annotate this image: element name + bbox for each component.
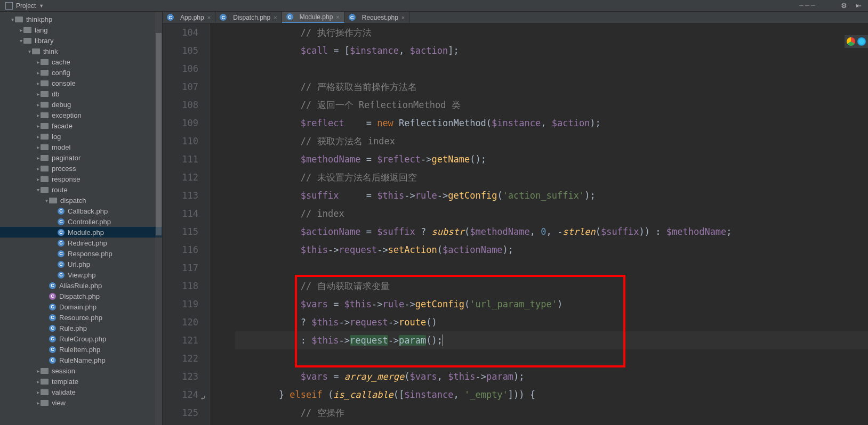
tree-item-domain-php[interactable]: ▸CDomain.php	[0, 301, 162, 312]
chevron-down-icon[interactable]: ▾	[27, 48, 32, 54]
tree-item-response[interactable]: ▸response	[0, 174, 162, 184]
code-line[interactable]	[235, 259, 868, 277]
tree-item-session[interactable]: ▸session	[0, 365, 162, 376]
code-line[interactable]: // index	[235, 205, 868, 223]
tree-item-log[interactable]: ▸log	[0, 131, 162, 142]
tree-item-lang[interactable]: ▸lang	[0, 24, 162, 35]
code-line[interactable]: $call = [$instance, $action];	[235, 42, 868, 60]
chevron-right-icon[interactable]: ▸	[35, 166, 41, 171]
code-line[interactable]: $suffix = $this->rule->getConfig('action…	[235, 186, 868, 205]
tree-item-model[interactable]: ▸model	[0, 142, 162, 152]
chevron-right-icon[interactable]: ▸	[35, 112, 41, 118]
close-icon[interactable]: ×	[207, 14, 211, 21]
tab-app-php[interactable]: CApp.php×	[163, 12, 215, 23]
tree-item-cache[interactable]: ▸cache	[0, 56, 162, 67]
tree-item-route[interactable]: ▾route	[0, 184, 162, 195]
chevron-right-icon[interactable]: ▸	[35, 59, 41, 65]
code-line[interactable]: $reflect = new ReflectionMethod($instanc…	[235, 114, 868, 132]
code-area[interactable]: 1041051061071081091101111121131141151161…	[163, 23, 868, 425]
tree-item-rule-php[interactable]: ▸CRule.php	[0, 323, 162, 333]
chevron-right-icon[interactable]: ▸	[35, 91, 41, 97]
chevron-right-icon[interactable]: ▸	[35, 123, 41, 129]
tree-item-url-php[interactable]: ▸CUrl.php	[0, 259, 162, 269]
chevron-right-icon[interactable]: ▸	[35, 102, 41, 108]
close-icon[interactable]: ×	[336, 14, 339, 20]
code-line[interactable]: ? $this->request->route()	[235, 313, 868, 331]
chevron-down-icon[interactable]: ▾	[18, 38, 23, 44]
tab-request-php[interactable]: CRequest.php×	[344, 12, 410, 23]
chevron-right-icon[interactable]: ▸	[35, 80, 41, 86]
code-line[interactable]: // 自动获取请求变量	[235, 277, 868, 295]
code-line[interactable]	[235, 349, 868, 367]
tree-item-resource-php[interactable]: ▸CResource.php	[0, 312, 162, 323]
tab-module-php[interactable]: CModule.php×	[282, 12, 344, 23]
code-line[interactable]: $actionName = $suffix ? substr($methodNa…	[235, 223, 868, 241]
sidebar-scrollbar[interactable]	[155, 12, 162, 425]
code-line[interactable]: // 返回一个 ReflectionMethod 类	[235, 96, 868, 114]
chevron-right-icon[interactable]: ▸	[35, 379, 41, 385]
tree-item-dispatch[interactable]: ▾dispatch	[0, 195, 162, 206]
tree-item-exception[interactable]: ▸exception	[0, 110, 162, 120]
code-line[interactable]: // 空操作	[235, 404, 868, 422]
tree-item-console[interactable]: ▸console	[0, 78, 162, 88]
edge-icon[interactable]	[857, 37, 866, 46]
chevron-right-icon[interactable]: ▸	[35, 400, 41, 406]
project-sidebar[interactable]: ▾thinkphp▸lang▾library▾think▸cache▸confi…	[0, 12, 163, 425]
code-line[interactable]: $methodName = $reflect->getName();	[235, 150, 868, 168]
chevron-right-icon[interactable]: ▸	[35, 368, 41, 374]
tree-item-callback-php[interactable]: ▸CCallback.php	[0, 206, 162, 216]
chevron-down-icon[interactable]: ▾	[35, 187, 41, 193]
tree-item-view-php[interactable]: ▸CView.php	[0, 269, 162, 280]
tree-item-db[interactable]: ▸db	[0, 88, 162, 99]
tree-item-facade[interactable]: ▸facade	[0, 120, 162, 131]
code-line[interactable]: // 未设置方法名后缀返回空	[235, 168, 868, 186]
chevron-right-icon[interactable]: ▸	[35, 176, 41, 182]
code-line[interactable]	[235, 60, 868, 78]
tree-item-template[interactable]: ▸template	[0, 376, 162, 387]
chevron-down-icon[interactable]: ▾	[44, 198, 49, 203]
code-text[interactable]: // 执行操作方法 $call = [$instance, $action]; …	[210, 23, 868, 425]
project-panel-label[interactable]: Project ▼	[2, 2, 47, 10]
close-icon[interactable]: ×	[401, 14, 405, 21]
tree-item-paginator[interactable]: ▸paginator	[0, 152, 162, 163]
code-line[interactable]: $vars = $this->rule->getConfig('url_para…	[235, 295, 868, 313]
tree-item-debug[interactable]: ▸debug	[0, 99, 162, 110]
code-line[interactable]: } elseif (is_callable([$instance, '_empt…	[235, 386, 868, 404]
code-line[interactable]: $this->request->setAction($actionName);	[235, 241, 868, 259]
tree-item-config[interactable]: ▸config	[0, 67, 162, 78]
code-line[interactable]: // 严格获取当前操作方法名	[235, 78, 868, 96]
chrome-icon[interactable]	[847, 37, 855, 46]
open-in-browser[interactable]	[845, 35, 868, 48]
tree-item-rulegroup-php[interactable]: ▸CRuleGroup.php	[0, 333, 162, 344]
chevron-right-icon[interactable]: ▸	[18, 27, 23, 33]
tree-item-validate[interactable]: ▸validate	[0, 387, 162, 397]
chevron-down-icon[interactable]: ▾	[10, 17, 15, 22]
code-line[interactable]: // 执行操作方法	[235, 23, 868, 42]
chevron-right-icon[interactable]: ▸	[35, 389, 41, 395]
chevron-right-icon[interactable]: ▸	[35, 70, 41, 76]
tree-item-controller-php[interactable]: ▸CController.php	[0, 216, 162, 227]
tree-item-library[interactable]: ▾library	[0, 35, 162, 46]
chevron-right-icon[interactable]: ▸	[35, 144, 41, 150]
tree-item-redirect-php[interactable]: ▸CRedirect.php	[0, 238, 162, 248]
chevron-right-icon[interactable]: ▸	[35, 155, 41, 161]
collapse-icon[interactable]: ⇤	[851, 2, 866, 10]
tree-item-ruleitem-php[interactable]: ▸CRuleItem.php	[0, 344, 162, 355]
code-line[interactable]: : $this->request->param();	[235, 331, 868, 349]
tree-item-response-php[interactable]: ▸CResponse.php	[0, 248, 162, 259]
tree-item-think[interactable]: ▾think	[0, 46, 162, 56]
tree-item-dispatch-php[interactable]: ▸CDispatch.php	[0, 291, 162, 301]
gear-icon[interactable]: ⚙	[837, 2, 851, 10]
close-icon[interactable]: ×	[274, 14, 277, 21]
tree-item-module-php[interactable]: ▸CModule.php	[0, 227, 162, 238]
tree-item-rulename-php[interactable]: ▸CRuleName.php	[0, 355, 162, 365]
fold-icon[interactable]: ⤶	[199, 389, 206, 407]
tree-item-process[interactable]: ▸process	[0, 163, 162, 174]
code-line[interactable]: // 获取方法名 index	[235, 132, 868, 150]
tree-item-thinkphp[interactable]: ▾thinkphp	[0, 14, 162, 24]
chevron-right-icon[interactable]: ▸	[35, 134, 41, 140]
tree-item-aliasrule-php[interactable]: ▸CAliasRule.php	[0, 280, 162, 291]
code-line[interactable]: $vars = array_merge($vars, $this->param)…	[235, 367, 868, 386]
tab-dispatch-php[interactable]: CDispatch.php×	[215, 12, 282, 23]
tree-item-view[interactable]: ▸view	[0, 397, 162, 408]
